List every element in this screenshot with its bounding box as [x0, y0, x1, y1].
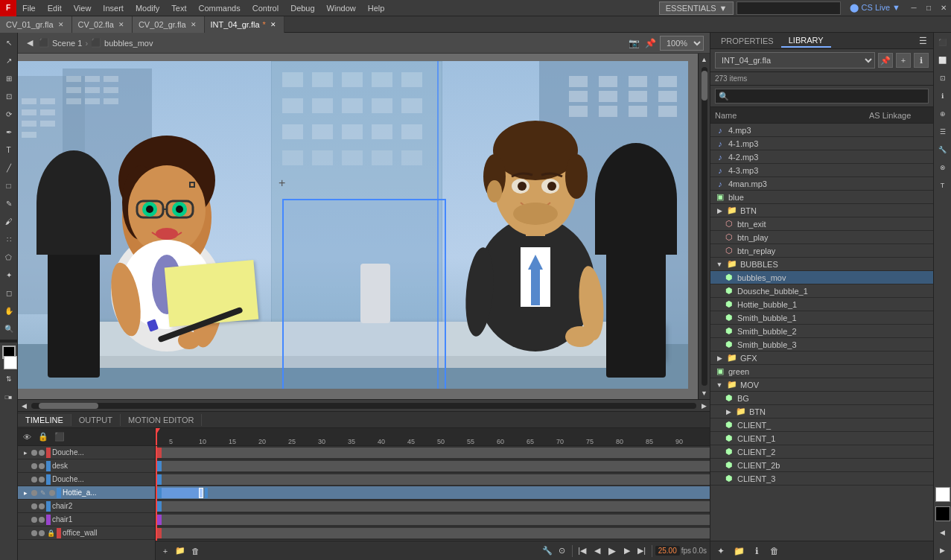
scene-breadcrumb[interactable]: ⬛ Scene 1 — [39, 38, 82, 48]
play-button[interactable]: ▶ — [605, 544, 619, 558]
panel-icon-3[interactable]: ⊡ — [935, 70, 951, 86]
lib-item-bubbles-folder[interactable]: ▼ 📁 BUBBLES — [710, 258, 933, 271]
lib-item-4mp3[interactable]: ♪ 4.mp3 — [710, 124, 933, 137]
prev-frame-button[interactable]: ◀ — [591, 544, 604, 558]
menu-edit[interactable]: Edit — [42, 2, 68, 14]
library-pin-button[interactable]: 📌 — [878, 53, 893, 68]
stage-canvas[interactable]: + — [18, 61, 688, 389]
add-layer-button[interactable]: + — [159, 544, 172, 558]
lib-item-smith-bubble3[interactable]: ⬢ Smith_bubble_3 — [710, 338, 933, 351]
line-tool[interactable]: ╱ — [1, 159, 17, 176]
panel-collapse-button[interactable]: ☰ — [915, 34, 930, 48]
lasso-tool[interactable]: ⟳ — [1, 106, 17, 122]
rect-tool[interactable]: □ — [1, 177, 17, 194]
library-file-select[interactable]: INT_04_gr.fla — [715, 52, 875, 69]
back-button[interactable]: ◀ — [24, 37, 36, 49]
lib-new-symbol-button[interactable]: ✦ — [713, 544, 728, 559]
lib-item-green[interactable]: ▣ green — [710, 365, 933, 378]
tab-cv01[interactable]: CV_01_gr.fla ✕ — [0, 16, 72, 33]
frame-row-chair1[interactable] — [156, 513, 710, 526]
fill-color[interactable] — [4, 356, 17, 369]
tab-properties[interactable]: PROPERTIES — [713, 35, 781, 47]
scroll-down-button[interactable]: ▼ — [699, 387, 710, 399]
add-motion-guide-button[interactable]: 🔧 — [541, 544, 554, 558]
first-frame-button[interactable]: |◀ — [576, 544, 589, 558]
lib-item-btn-folder[interactable]: ▶ 📁 BTN — [710, 204, 933, 217]
pin-icon[interactable]: 📌 — [643, 36, 657, 50]
selection-tool[interactable]: ↖ — [1, 34, 17, 51]
frame-row-chair2[interactable] — [156, 500, 710, 513]
layer-chair1[interactable]: chair1 — [18, 513, 155, 526]
eraser-tool[interactable]: ◻ — [1, 284, 17, 301]
lib-item-blue[interactable]: ▣ blue — [710, 191, 933, 204]
tab-close-cv01[interactable]: ✕ — [57, 20, 66, 29]
menu-text[interactable]: Text — [165, 2, 192, 14]
delete-layer-button[interactable]: 🗑 — [188, 544, 202, 558]
cs-live-button[interactable]: ⬤ CS Live ▼ — [844, 1, 906, 14]
close-button[interactable]: ✕ — [936, 0, 951, 16]
lib-item-42mp3[interactable]: ♪ 4-2.mp3 — [710, 150, 933, 164]
scroll-right-button[interactable]: ▶ — [698, 400, 710, 412]
3d-tool[interactable]: ⊡ — [1, 88, 17, 104]
frame-row-office-wall[interactable] — [156, 526, 710, 540]
layer-desk[interactable]: desk — [18, 459, 155, 473]
lib-delete-button[interactable]: 🗑 — [767, 544, 782, 559]
lib-item-client-2[interactable]: ⬢ CLIENT_2 — [710, 445, 933, 459]
lib-properties-button[interactable]: ℹ — [749, 544, 764, 559]
tab-cv02gr[interactable]: CV_02_gr.fla ✕ — [133, 16, 205, 33]
add-folder-button[interactable]: 📁 — [174, 544, 187, 558]
tab-timeline[interactable]: TIMELINE — [18, 414, 71, 426]
lib-item-client-3[interactable]: ⬢ CLIENT_3 — [710, 472, 933, 486]
swap-colors[interactable]: ⇅ — [1, 371, 17, 387]
menu-insert[interactable]: Insert — [97, 2, 130, 14]
layer-hottie[interactable]: ▸ ✎ Hottie_a... — [18, 486, 155, 500]
pen-tool[interactable]: ✒ — [1, 124, 17, 140]
panel-icon-6[interactable]: ☰ — [935, 124, 951, 140]
lib-item-4man-mp3[interactable]: ♪ 4man.mp3 — [710, 177, 933, 191]
zoom-tool[interactable]: 🔍 — [1, 320, 17, 337]
camera-icon[interactable]: 📷 — [627, 36, 640, 50]
lib-new-folder-button[interactable]: 📁 — [731, 544, 746, 559]
white-swatch[interactable] — [935, 487, 950, 502]
menu-help[interactable]: Help — [362, 2, 391, 14]
lib-item-client-[interactable]: ⬢ CLIENT_ — [710, 419, 933, 432]
layer-douche-body[interactable]: Douche... — [18, 473, 155, 486]
lib-item-bubbles-mov[interactable]: ⬢ bubbles_mov — [710, 271, 933, 284]
panel-icon-2[interactable]: ⬜ — [935, 52, 951, 69]
frame-row-desk[interactable] — [156, 459, 710, 473]
menu-debug[interactable]: Debug — [284, 2, 320, 14]
last-frame-button[interactable]: ▶| — [635, 544, 649, 558]
text-tool[interactable]: T — [1, 141, 17, 158]
black-swatch[interactable] — [935, 506, 950, 521]
frame-row-hottie[interactable] — [156, 486, 710, 500]
panel-icon-9[interactable]: T — [935, 177, 951, 194]
scroll-left-button[interactable]: ◀ — [18, 400, 30, 412]
scroll-thumb-horizontal[interactable] — [39, 403, 98, 409]
scroll-thumb-vertical[interactable] — [702, 71, 707, 101]
tab-cv02[interactable]: CV_02.fla ✕ — [72, 16, 133, 33]
minimize-button[interactable]: ─ — [906, 0, 921, 16]
hand-tool[interactable]: ✋ — [1, 302, 17, 319]
tab-close-cv02gr[interactable]: ✕ — [189, 20, 198, 29]
tab-motion-editor[interactable]: MOTION EDITOR — [121, 414, 202, 426]
lib-item-43mp3[interactable]: ♪ 4-3.mp3 — [710, 164, 933, 177]
tab-int04[interactable]: INT_04_gr.fla * ✕ — [205, 16, 284, 33]
tab-library[interactable]: LIBRARY — [781, 34, 831, 48]
panel-icon-4[interactable]: ℹ — [935, 88, 951, 104]
lib-item-dousche-bubble1[interactable]: ⬢ Dousche_bubble_1 — [710, 284, 933, 298]
next-frame-button[interactable]: ▶ — [620, 544, 634, 558]
layer-chair2[interactable]: chair2 — [18, 500, 155, 513]
menu-file[interactable]: File — [16, 2, 42, 14]
panel-icon-8[interactable]: ⊗ — [935, 159, 951, 176]
eyedropper-tool[interactable]: ✦ — [1, 267, 17, 283]
scroll-up-button[interactable]: ▲ — [699, 54, 710, 66]
restore-button[interactable]: □ — [921, 0, 936, 16]
layer-douche-hat[interactable]: ▸ Douche... — [18, 446, 155, 459]
lib-item-btn-replay[interactable]: ⬡ btn_replay — [710, 244, 933, 258]
col-name-header[interactable]: Name — [715, 111, 869, 120]
menu-view[interactable]: View — [68, 2, 98, 14]
stage-wrapper[interactable]: + ▲ ▼ — [18, 54, 710, 399]
pencil-tool[interactable]: ✎ — [1, 195, 17, 211]
menu-modify[interactable]: Modify — [130, 2, 165, 14]
library-search-input[interactable] — [715, 89, 929, 104]
